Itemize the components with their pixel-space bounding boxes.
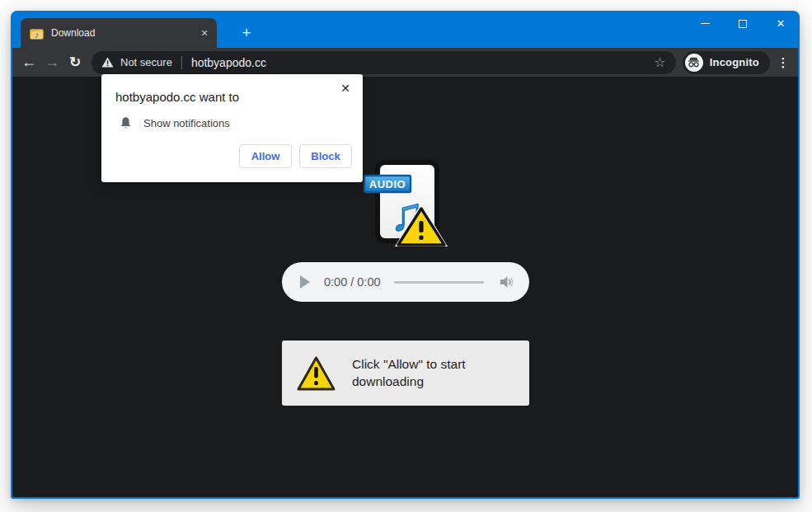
- address-bar[interactable]: Not secure hotbyapodo.cc ☆: [92, 51, 676, 74]
- download-alert-banner: Click "Allow" to start downloading: [282, 341, 529, 406]
- permission-row: Show notifications: [120, 116, 363, 130]
- window-controls: ✕: [686, 11, 800, 36]
- maximize-icon: [739, 20, 747, 28]
- url-text: hotbyapodo.cc: [191, 56, 266, 69]
- not-secure-label: Not secure: [120, 56, 172, 68]
- tab-title: Download: [51, 27, 197, 39]
- incognito-label: Incognito: [710, 56, 759, 68]
- browser-menu-button[interactable]: ⋮: [775, 55, 791, 70]
- close-icon: ✕: [777, 18, 786, 29]
- omnibox-divider: [181, 56, 182, 69]
- reload-button[interactable]: ↻: [63, 51, 87, 74]
- dialog-close-button[interactable]: ✕: [338, 81, 353, 96]
- title-bar: ♪ Download ✕ + ✕: [11, 11, 800, 48]
- player-time: 0:00 / 0:00: [324, 275, 381, 289]
- maximize-button[interactable]: [724, 11, 762, 36]
- play-icon[interactable]: [300, 275, 310, 289]
- minimize-button[interactable]: [686, 11, 724, 36]
- volume-icon[interactable]: [499, 275, 514, 289]
- tab-favicon-music-folder-icon: ♪: [30, 27, 44, 40]
- svg-text:♪: ♪: [35, 30, 40, 40]
- back-button[interactable]: ←: [17, 51, 40, 74]
- forward-button[interactable]: →: [40, 51, 63, 74]
- new-tab-button[interactable]: +: [235, 23, 258, 43]
- block-button[interactable]: Block: [299, 144, 352, 168]
- allow-button[interactable]: Allow: [239, 144, 292, 168]
- close-window-button[interactable]: ✕: [762, 11, 800, 36]
- incognito-badge: Incognito: [683, 51, 770, 74]
- navigation-bar: ← → ↻ Not secure hotbyapodo.cc ☆: [12, 48, 798, 77]
- permission-label: Show notifications: [143, 117, 230, 129]
- browser-window: ♪ Download ✕ + ✕ ← → ↻ Not secure: [11, 11, 800, 499]
- minimize-icon: [701, 23, 710, 24]
- tab-download[interactable]: ♪ Download ✕: [21, 18, 217, 48]
- audio-file-warning-illustration: AUDIO ♫: [364, 159, 449, 248]
- audio-player[interactable]: 0:00 / 0:00: [282, 262, 529, 302]
- bell-icon: [120, 116, 132, 130]
- notification-permission-dialog: ✕ hotbyapodo.cc want to Show notificatio…: [101, 74, 363, 182]
- tab-close-button[interactable]: ✕: [197, 26, 212, 40]
- player-seek-bar[interactable]: [394, 281, 484, 284]
- alert-message: Click "Allow" to start downloading: [352, 356, 514, 391]
- dialog-title: hotbyapodo.cc want to: [101, 74, 363, 104]
- not-secure-warning-icon: [101, 57, 114, 68]
- incognito-icon: [685, 54, 703, 72]
- bookmark-star-icon[interactable]: ☆: [652, 56, 667, 69]
- dialog-actions: Allow Block: [239, 144, 352, 168]
- alert-warning-triangle-icon: [296, 355, 336, 392]
